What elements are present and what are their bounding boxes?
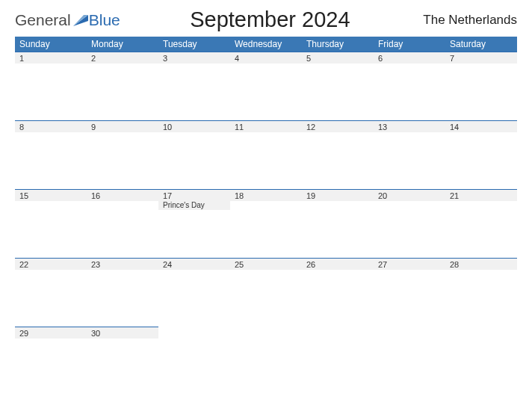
calendar-day-cell: 13 [374,120,445,189]
day-cell-body [445,270,517,325]
weekday-header: Friday [374,37,445,52]
day-cell-header: 24 [158,258,230,270]
calendar-day-cell: 8 [15,120,87,189]
day-number: 9 [91,123,154,132]
day-number: 22 [19,260,82,269]
day-cell-body [158,210,230,265]
day-cell-header: 25 [230,258,302,270]
day-cell-header: 13 [374,120,445,132]
weekday-header-row: Sunday Monday Tuesday Wednesday Thursday… [15,37,517,52]
brand-logo: General Blue [15,11,120,29]
day-cell-header: 11 [230,120,302,132]
logo-text-blue: Blue [89,11,120,29]
calendar-day-cell: 17Prince's Day [158,189,230,258]
day-cell-body [87,201,158,256]
day-cell-header: 18 [230,189,302,201]
day-cell-body [87,270,158,325]
day-cell-body [302,132,374,188]
day-number: 8 [19,123,82,132]
calendar-day-cell: 7 [445,52,517,120]
calendar-day-cell: 25 [230,258,302,327]
weekday-header: Monday [87,37,158,52]
logo-text-general: General [15,11,71,29]
calendar-header: General Blue September 2024 The Netherla… [15,7,517,32]
day-cell-header: 15 [15,189,87,201]
calendar-day-cell [230,327,302,386]
day-cell-body [302,201,374,256]
day-cell-header: 8 [15,120,87,132]
day-number: 29 [19,329,82,338]
day-number: 19 [306,191,369,200]
calendar-week-row: 151617Prince's Day18192021 [15,189,517,258]
day-number: 26 [306,260,369,269]
day-cell-body [230,270,302,325]
day-cell-body [445,132,517,188]
calendar-title: September 2024 [120,7,420,32]
weekday-header: Sunday [15,37,87,52]
day-cell-header: 17Prince's Day [158,189,230,210]
calendar-day-cell: 5 [302,52,374,120]
day-cell-header: 28 [445,258,517,270]
day-cell-header: 10 [158,120,230,132]
day-number: 15 [19,191,82,200]
day-number: 30 [91,329,154,338]
day-cell-body [374,201,445,256]
day-number: 10 [163,123,226,132]
day-cell-body [158,270,230,325]
day-number: 17 [163,191,226,200]
calendar-day-cell: 19 [302,189,374,258]
calendar-day-cell: 16 [87,189,158,258]
calendar-day-cell [374,327,445,386]
calendar-week-row: 1234567 [15,52,517,120]
day-cell-body [374,132,445,188]
day-cell-body [302,64,374,119]
region-label: The Netherlands [420,13,517,28]
day-number: 5 [306,54,369,63]
day-cell-body [230,201,302,256]
day-number: 7 [450,54,513,63]
calendar-day-cell [445,327,517,386]
day-cell-header: 23 [87,258,158,270]
day-cell-header: 6 [374,52,445,64]
calendar-day-cell: 27 [374,258,445,327]
day-number: 25 [235,260,297,269]
day-cell-header: 3 [158,52,230,64]
day-cell-body [15,64,87,119]
calendar-day-cell: 18 [230,189,302,258]
day-cell-header: 29 [15,327,87,339]
calendar-grid: Sunday Monday Tuesday Wednesday Thursday… [15,37,517,386]
day-cell-body [87,132,158,188]
day-cell-body [158,64,230,119]
day-cell-body [158,132,230,188]
day-cell-header: 26 [302,258,374,270]
weekday-header: Wednesday [230,37,302,52]
day-number: 14 [450,123,513,132]
weekday-header: Saturday [445,37,517,52]
calendar-day-cell: 1 [15,52,87,120]
day-cell-header: 20 [374,189,445,201]
calendar-day-cell: 11 [230,120,302,189]
day-cell-header: 7 [445,52,517,64]
day-cell-body [302,270,374,325]
day-number: 23 [91,260,154,269]
flag-icon [73,12,88,23]
day-cell-body [15,339,87,385]
calendar-day-cell: 3 [158,52,230,120]
day-cell-body [15,132,87,188]
day-cell-header: 9 [87,120,158,132]
day-number: 21 [450,191,513,200]
weekday-header: Tuesday [158,37,230,52]
day-cell-header: 4 [230,52,302,64]
day-cell-header: 12 [302,120,374,132]
day-cell-header: 5 [302,52,374,64]
day-cell-header: 16 [87,189,158,201]
day-cell-header: 22 [15,258,87,270]
calendar-day-cell: 24 [158,258,230,327]
calendar-day-cell: 30 [87,327,158,386]
calendar-day-cell: 12 [302,120,374,189]
day-cell-body [374,64,445,119]
day-number: 1 [19,54,82,63]
day-cell-body [230,64,302,119]
day-number: 18 [235,191,297,200]
calendar-week-row: 22232425262728 [15,258,517,327]
